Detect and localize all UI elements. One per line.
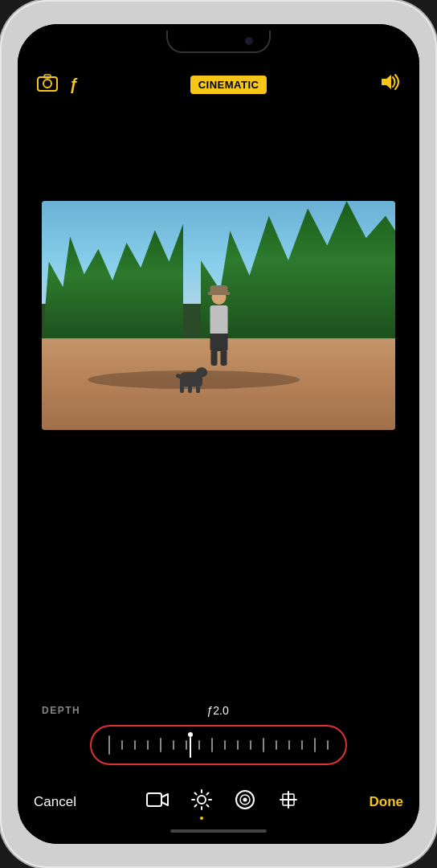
- phone-frame: ƒ CINEMATIC: [0, 0, 437, 868]
- person-hat: [210, 285, 227, 295]
- tick-8: [206, 738, 218, 752]
- person-leg-right: [220, 351, 227, 366]
- depth-label: DEPTH: [42, 705, 80, 716]
- tick-10: [231, 740, 244, 750]
- svg-line-12: [207, 793, 209, 795]
- cancel-button[interactable]: Cancel: [31, 788, 80, 817]
- person-body: [210, 305, 227, 334]
- cinematic-badge: CINEMATIC: [190, 76, 268, 94]
- black-spacer-top: [18, 104, 419, 201]
- camera-icon[interactable]: [37, 74, 58, 95]
- tick-12: [257, 738, 270, 752]
- video-frame-container: [18, 201, 419, 430]
- dog-leg: [188, 383, 192, 393]
- volume-icon[interactable]: [379, 73, 400, 96]
- tick-4: [154, 738, 167, 752]
- svg-line-10: [195, 793, 197, 795]
- depth-slider-oval[interactable]: [90, 725, 347, 765]
- tick-6: [180, 740, 193, 750]
- tick-15: [296, 740, 308, 750]
- dog-head: [196, 367, 207, 377]
- toolbar-icons: [146, 789, 299, 815]
- svg-point-1: [43, 80, 51, 88]
- person-shorts: [210, 334, 227, 351]
- depth-slider-container[interactable]: [34, 725, 403, 765]
- adjust-button[interactable]: [191, 789, 212, 815]
- person-head: [211, 290, 226, 305]
- crop-button[interactable]: [278, 789, 299, 815]
- bottom-toolbar: Cancel: [18, 784, 419, 829]
- tick-3: [141, 740, 154, 750]
- person-figure: [201, 290, 237, 366]
- tick-7: [193, 740, 206, 750]
- svg-marker-3: [382, 75, 391, 89]
- phone-screen: ƒ CINEMATIC: [18, 24, 419, 844]
- depth-slider-track[interactable]: [103, 730, 334, 760]
- tick-17: [321, 740, 334, 750]
- home-bar: [170, 829, 267, 833]
- video-camera-button[interactable]: [146, 791, 169, 813]
- notch: [166, 31, 271, 53]
- tick-11: [244, 740, 257, 750]
- tick-16: [308, 738, 321, 752]
- svg-line-13: [195, 805, 197, 806]
- svg-point-5: [198, 796, 206, 804]
- depth-value: ƒ2.0: [80, 704, 355, 717]
- dog-figure: [176, 361, 216, 393]
- notch-bar: [18, 24, 419, 64]
- done-button[interactable]: Done: [366, 788, 406, 817]
- top-toolbar: ƒ CINEMATIC: [18, 64, 419, 104]
- svg-line-11: [207, 805, 209, 806]
- dog-legs: [180, 383, 200, 393]
- tick-marks: [103, 730, 334, 760]
- tick-2: [129, 740, 141, 750]
- dog-leg: [196, 383, 200, 393]
- toolbar-left: ƒ: [37, 74, 78, 95]
- svg-point-16: [243, 798, 247, 802]
- tick-13: [270, 740, 283, 750]
- depth-label-row: DEPTH ƒ2.0: [34, 704, 403, 717]
- tick-1: [116, 740, 129, 750]
- black-spacer-mid: [18, 430, 419, 704]
- svg-rect-4: [147, 793, 161, 806]
- home-indicator: [18, 829, 419, 844]
- tick-9: [218, 740, 231, 750]
- tick-5: [167, 740, 180, 750]
- tick-0: [103, 735, 116, 755]
- tick-14: [283, 740, 296, 750]
- dog-leg: [180, 383, 184, 393]
- camera-dot: [245, 37, 253, 45]
- video-frame[interactable]: [42, 201, 395, 430]
- depth-area: DEPTH ƒ2.0: [18, 704, 419, 784]
- filter-button[interactable]: [235, 789, 255, 815]
- aperture-icon[interactable]: ƒ: [69, 76, 78, 92]
